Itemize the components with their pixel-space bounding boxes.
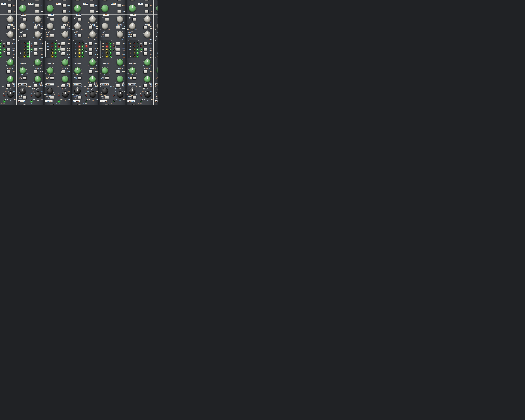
comp-path-flip-button[interactable] [61,48,65,51]
aux-send-knob[interactable] [101,5,109,12]
filters-path-flip-button[interactable] [50,96,54,99]
comp-threshold-knob[interactable] [156,23,158,30]
lpf-knob[interactable] [157,88,158,94]
exp-button[interactable] [6,70,10,74]
exp-button[interactable] [61,70,65,74]
comp-release-knob[interactable] [117,31,123,38]
dyn-in-button[interactable] [143,52,147,56]
dyn-sc-button[interactable] [34,84,38,87]
aux-pre-button[interactable] [117,4,121,7]
gate-range-knob[interactable] [89,59,96,66]
dyn-sc-button[interactable] [6,84,10,87]
comp-ratio-knob[interactable] [117,16,123,23]
cropped-button-above[interactable] [145,0,149,1]
gate-release-knob[interactable] [144,76,151,83]
dyn-in-button[interactable] [34,52,38,56]
comp-link-button[interactable] [116,42,120,45]
gate-range-knob[interactable] [144,59,151,66]
gate-fast-attack-button[interactable] [50,76,54,80]
lpf-knob[interactable] [47,88,53,94]
lpf-knob[interactable] [102,88,108,94]
comp-lin-rel-button[interactable] [34,26,38,29]
exp-button[interactable] [143,70,147,74]
comp-path-flip-button[interactable] [34,48,38,51]
dyn-in-button[interactable] [116,52,120,56]
gate-fast-attack-button[interactable] [132,76,136,80]
dyn-in-button[interactable] [6,52,10,56]
lpf-knob[interactable] [74,88,81,94]
comp-release-knob[interactable] [7,31,14,38]
aux-pre-button[interactable] [8,4,11,7]
cropped-button-above[interactable] [90,0,94,1]
aux-pre-button[interactable] [145,4,149,7]
comp-link-button[interactable] [61,42,65,45]
comp-path-flip-button[interactable] [6,48,10,51]
gate-release-knob[interactable] [34,76,41,83]
cropped-button-above[interactable] [35,0,39,1]
gate-range-knob[interactable] [34,59,41,66]
dyn-sc-button[interactable] [143,84,147,87]
comp-link-button[interactable] [143,42,147,45]
lpf-knob[interactable] [129,88,135,94]
gate-fast-attack-button[interactable] [78,76,82,80]
comp-release-knob[interactable] [144,31,151,38]
comp-lin-rel-button[interactable] [116,26,120,29]
gate-fast-attack-button[interactable] [105,76,109,80]
comp-threshold-knob[interactable] [129,23,136,30]
aux-send-knob[interactable] [156,5,158,12]
filters-path-flip-button[interactable] [105,96,109,99]
comp-link-button[interactable] [34,42,38,45]
gate-threshold-knob[interactable] [47,67,53,74]
aux-send-knob[interactable] [129,5,136,12]
gate-range-knob[interactable] [7,59,14,66]
aux-pre-button[interactable] [35,4,39,7]
hpf-knob[interactable] [144,91,151,98]
gate-threshold-knob[interactable] [19,67,26,74]
aux-sf-button[interactable] [117,10,121,13]
comp-release-knob[interactable] [62,31,68,38]
aux-pre-button[interactable] [90,4,94,7]
comp-knee-button[interactable] [23,18,27,21]
hpf-knob[interactable] [8,91,14,98]
comp-path-flip-button[interactable] [143,48,147,51]
exp-button[interactable] [116,70,120,74]
comp-fast-attack-button[interactable] [132,34,136,37]
comp-link-button[interactable] [6,42,10,45]
exp-button[interactable] [89,70,93,74]
gate-release-knob[interactable] [117,76,123,83]
comp-threshold-knob[interactable] [47,23,53,30]
comp-fast-attack-button[interactable] [50,34,54,37]
comp-release-knob[interactable] [89,31,96,38]
gate-threshold-knob[interactable] [102,67,108,74]
gate-release-knob[interactable] [7,76,14,83]
dyn-in-button[interactable] [89,52,93,56]
hpf-knob[interactable] [62,91,69,98]
gate-threshold-knob[interactable] [74,67,81,74]
gate-release-knob[interactable] [62,76,68,83]
aux-sf-button[interactable] [90,10,94,13]
aux-send-knob[interactable] [19,5,26,12]
hpf-knob[interactable] [117,91,123,98]
lpf-knob[interactable] [19,88,26,94]
comp-lin-rel-button[interactable] [61,26,65,29]
gate-range-knob[interactable] [62,59,68,66]
hpf-knob[interactable] [35,91,41,98]
comp-lin-rel-button[interactable] [89,26,93,29]
comp-ratio-knob[interactable] [144,16,151,23]
comp-fast-attack-button[interactable] [78,34,82,37]
filters-path-flip-button[interactable] [78,96,82,99]
comp-ratio-knob[interactable] [62,16,68,23]
comp-lin-rel-button[interactable] [6,26,10,29]
gate-threshold-knob[interactable] [156,67,158,74]
comp-threshold-knob[interactable] [19,23,26,30]
cropped-button-above[interactable] [63,0,66,1]
comp-link-button[interactable] [89,42,93,45]
dyn-sc-button[interactable] [89,84,93,87]
comp-ratio-knob[interactable] [34,16,41,23]
aux-sf-button[interactable] [35,10,39,13]
gate-threshold-knob[interactable] [129,67,136,74]
gate-fast-attack-button[interactable] [23,76,27,80]
gate-range-knob[interactable] [117,59,123,66]
comp-fast-attack-button[interactable] [23,34,27,37]
dyn-in-button[interactable] [61,52,65,56]
